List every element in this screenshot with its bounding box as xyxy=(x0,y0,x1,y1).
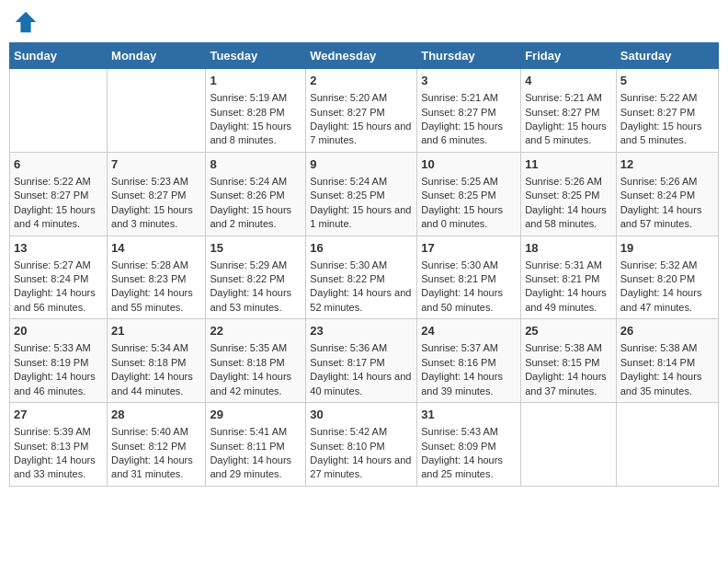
calendar-cell: 5Sunrise: 5:22 AMSunset: 8:27 PMDaylight… xyxy=(616,69,718,153)
weekday-header-saturday: Saturday xyxy=(616,43,718,69)
cell-content: Sunrise: 5:43 AMSunset: 8:09 PMDaylight:… xyxy=(421,425,517,482)
calendar-cell: 23Sunrise: 5:36 AMSunset: 8:17 PMDayligh… xyxy=(306,319,417,403)
day-number: 5 xyxy=(620,73,714,89)
day-number: 3 xyxy=(421,73,517,89)
day-number: 30 xyxy=(310,407,413,423)
cell-content: Sunrise: 5:26 AMSunset: 8:24 PMDaylight:… xyxy=(620,175,714,232)
cell-content: Sunrise: 5:34 AMSunset: 8:18 PMDaylight:… xyxy=(111,341,201,398)
cell-content: Sunrise: 5:21 AMSunset: 8:27 PMDaylight:… xyxy=(421,91,517,148)
calendar-cell: 8Sunrise: 5:24 AMSunset: 8:26 PMDaylight… xyxy=(206,152,306,236)
calendar-cell xyxy=(10,69,108,153)
calendar-cell: 28Sunrise: 5:40 AMSunset: 8:12 PMDayligh… xyxy=(108,403,206,487)
calendar-cell: 20Sunrise: 5:33 AMSunset: 8:19 PMDayligh… xyxy=(10,319,108,403)
calendar-cell: 13Sunrise: 5:27 AMSunset: 8:24 PMDayligh… xyxy=(10,236,108,319)
day-number: 9 xyxy=(310,156,413,173)
day-number: 21 xyxy=(111,323,201,339)
day-number: 17 xyxy=(421,240,517,257)
cell-content: Sunrise: 5:27 AMSunset: 8:24 PMDaylight:… xyxy=(14,259,103,316)
day-number: 4 xyxy=(525,73,612,89)
cell-content: Sunrise: 5:35 AMSunset: 8:18 PMDaylight:… xyxy=(210,341,301,398)
week-row-2: 6Sunrise: 5:22 AMSunset: 8:27 PMDaylight… xyxy=(10,152,719,236)
cell-content: Sunrise: 5:24 AMSunset: 8:25 PMDaylight:… xyxy=(310,175,413,232)
calendar-cell: 1Sunrise: 5:19 AMSunset: 8:28 PMDaylight… xyxy=(206,69,306,153)
calendar-cell: 19Sunrise: 5:32 AMSunset: 8:20 PMDayligh… xyxy=(616,236,718,319)
page-header xyxy=(9,9,719,35)
cell-content: Sunrise: 5:41 AMSunset: 8:11 PMDaylight:… xyxy=(210,425,301,482)
calendar-cell: 4Sunrise: 5:21 AMSunset: 8:27 PMDaylight… xyxy=(521,69,617,153)
day-number: 23 xyxy=(310,323,413,339)
weekday-header-row: SundayMondayTuesdayWednesdayThursdayFrid… xyxy=(10,43,719,69)
day-number: 14 xyxy=(111,240,201,257)
calendar-cell xyxy=(108,69,206,153)
calendar-table: SundayMondayTuesdayWednesdayThursdayFrid… xyxy=(9,42,719,487)
cell-content: Sunrise: 5:33 AMSunset: 8:19 PMDaylight:… xyxy=(14,341,103,398)
day-number: 20 xyxy=(14,323,103,339)
calendar-cell: 18Sunrise: 5:31 AMSunset: 8:21 PMDayligh… xyxy=(521,236,617,319)
calendar-cell xyxy=(521,403,617,487)
weekday-header-sunday: Sunday xyxy=(10,43,108,69)
day-number: 2 xyxy=(310,73,413,89)
logo-icon xyxy=(13,9,39,35)
calendar-cell: 6Sunrise: 5:22 AMSunset: 8:27 PMDaylight… xyxy=(10,152,108,236)
calendar-cell: 2Sunrise: 5:20 AMSunset: 8:27 PMDaylight… xyxy=(306,69,417,153)
calendar-cell: 15Sunrise: 5:29 AMSunset: 8:22 PMDayligh… xyxy=(206,236,306,319)
cell-content: Sunrise: 5:42 AMSunset: 8:10 PMDaylight:… xyxy=(310,425,413,482)
week-row-3: 13Sunrise: 5:27 AMSunset: 8:24 PMDayligh… xyxy=(10,236,719,319)
day-number: 31 xyxy=(421,407,517,423)
day-number: 13 xyxy=(14,240,103,257)
day-number: 8 xyxy=(210,156,301,173)
calendar-cell: 3Sunrise: 5:21 AMSunset: 8:27 PMDaylight… xyxy=(417,69,521,153)
cell-content: Sunrise: 5:37 AMSunset: 8:16 PMDaylight:… xyxy=(421,341,517,398)
day-number: 22 xyxy=(210,323,301,339)
calendar-cell: 22Sunrise: 5:35 AMSunset: 8:18 PMDayligh… xyxy=(206,319,306,403)
cell-content: Sunrise: 5:31 AMSunset: 8:21 PMDaylight:… xyxy=(525,259,612,316)
day-number: 15 xyxy=(210,240,301,257)
cell-content: Sunrise: 5:21 AMSunset: 8:27 PMDaylight:… xyxy=(525,91,612,148)
calendar-cell: 21Sunrise: 5:34 AMSunset: 8:18 PMDayligh… xyxy=(108,319,206,403)
calendar-cell: 30Sunrise: 5:42 AMSunset: 8:10 PMDayligh… xyxy=(306,403,417,487)
cell-content: Sunrise: 5:38 AMSunset: 8:15 PMDaylight:… xyxy=(525,341,612,398)
day-number: 7 xyxy=(111,156,201,173)
cell-content: Sunrise: 5:39 AMSunset: 8:13 PMDaylight:… xyxy=(14,425,103,482)
weekday-header-friday: Friday xyxy=(521,43,617,69)
weekday-header-monday: Monday xyxy=(108,43,206,69)
cell-content: Sunrise: 5:20 AMSunset: 8:27 PMDaylight:… xyxy=(310,91,413,148)
calendar-cell: 10Sunrise: 5:25 AMSunset: 8:25 PMDayligh… xyxy=(417,152,521,236)
cell-content: Sunrise: 5:32 AMSunset: 8:20 PMDaylight:… xyxy=(620,259,714,316)
cell-content: Sunrise: 5:28 AMSunset: 8:23 PMDaylight:… xyxy=(111,259,201,316)
cell-content: Sunrise: 5:38 AMSunset: 8:14 PMDaylight:… xyxy=(620,341,714,398)
calendar-cell: 17Sunrise: 5:30 AMSunset: 8:21 PMDayligh… xyxy=(417,236,521,319)
day-number: 29 xyxy=(210,407,301,423)
calendar-cell: 9Sunrise: 5:24 AMSunset: 8:25 PMDaylight… xyxy=(306,152,417,236)
weekday-header-wednesday: Wednesday xyxy=(306,43,417,69)
day-number: 28 xyxy=(111,407,201,423)
calendar-cell: 27Sunrise: 5:39 AMSunset: 8:13 PMDayligh… xyxy=(10,403,108,487)
day-number: 11 xyxy=(525,156,612,173)
cell-content: Sunrise: 5:30 AMSunset: 8:22 PMDaylight:… xyxy=(310,259,413,316)
calendar-cell: 16Sunrise: 5:30 AMSunset: 8:22 PMDayligh… xyxy=(306,236,417,319)
cell-content: Sunrise: 5:29 AMSunset: 8:22 PMDaylight:… xyxy=(210,259,301,316)
day-number: 26 xyxy=(620,323,714,339)
svg-marker-0 xyxy=(16,12,36,32)
cell-content: Sunrise: 5:40 AMSunset: 8:12 PMDaylight:… xyxy=(111,425,201,482)
cell-content: Sunrise: 5:22 AMSunset: 8:27 PMDaylight:… xyxy=(14,175,103,232)
day-number: 24 xyxy=(421,323,517,339)
calendar-cell: 7Sunrise: 5:23 AMSunset: 8:27 PMDaylight… xyxy=(108,152,206,236)
cell-content: Sunrise: 5:23 AMSunset: 8:27 PMDaylight:… xyxy=(111,175,201,232)
logo xyxy=(13,9,42,35)
day-number: 12 xyxy=(620,156,714,173)
cell-content: Sunrise: 5:36 AMSunset: 8:17 PMDaylight:… xyxy=(310,341,413,398)
cell-content: Sunrise: 5:30 AMSunset: 8:21 PMDaylight:… xyxy=(421,259,517,316)
weekday-header-tuesday: Tuesday xyxy=(206,43,306,69)
calendar-cell: 14Sunrise: 5:28 AMSunset: 8:23 PMDayligh… xyxy=(108,236,206,319)
cell-content: Sunrise: 5:26 AMSunset: 8:25 PMDaylight:… xyxy=(525,175,612,232)
day-number: 25 xyxy=(525,323,612,339)
calendar-cell xyxy=(616,403,718,487)
week-row-5: 27Sunrise: 5:39 AMSunset: 8:13 PMDayligh… xyxy=(10,403,719,487)
calendar-cell: 11Sunrise: 5:26 AMSunset: 8:25 PMDayligh… xyxy=(521,152,617,236)
day-number: 10 xyxy=(421,156,517,173)
cell-content: Sunrise: 5:24 AMSunset: 8:26 PMDaylight:… xyxy=(210,175,301,232)
day-number: 19 xyxy=(620,240,714,257)
cell-content: Sunrise: 5:19 AMSunset: 8:28 PMDaylight:… xyxy=(210,91,301,148)
calendar-cell: 25Sunrise: 5:38 AMSunset: 8:15 PMDayligh… xyxy=(521,319,617,403)
